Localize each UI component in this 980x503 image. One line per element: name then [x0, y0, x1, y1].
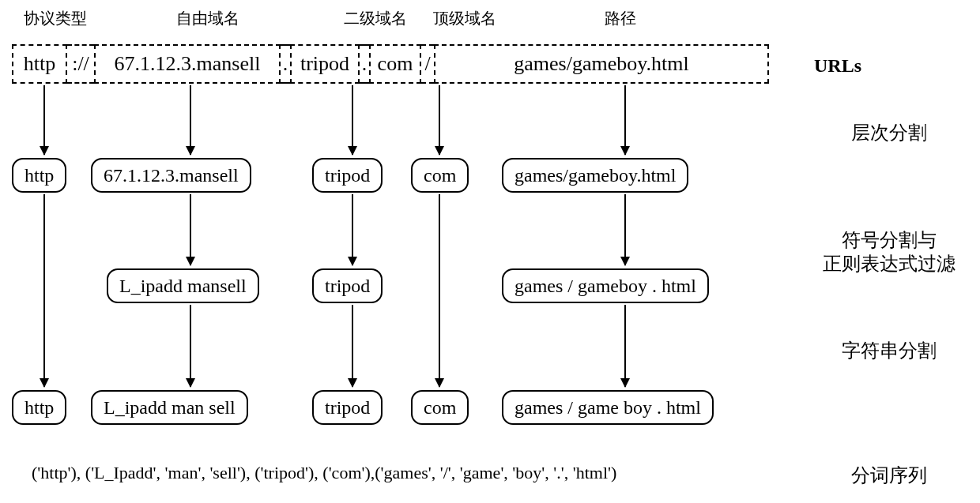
label-symbol-l1: 符号分割与	[806, 227, 972, 253]
url-sep-1: ://	[67, 44, 94, 84]
label-symbol-l2: 正则表达式过滤	[806, 251, 972, 276]
r1-c1: http	[12, 158, 66, 193]
url-seg-protocol: http	[12, 44, 67, 84]
label-urls: URLs	[814, 55, 972, 77]
label-string: 字符串分割	[806, 338, 972, 363]
r3-c2: L_ipadd man sell	[91, 390, 248, 425]
url-sep-2: .	[281, 44, 290, 84]
arrow-u-r1-c5	[624, 85, 626, 155]
arrow-r1-r2-c3	[352, 194, 353, 265]
arrow-u-r1-c2	[190, 85, 191, 155]
arrow-u-r1-c3	[352, 85, 353, 155]
url-box: http :// 67.1.12.3.mansell . tripod . co…	[12, 43, 769, 84]
arrow-r2-r3-c2	[190, 305, 191, 387]
tuple-output: ('http'), ('L_Ipadd', 'man', 'sell'), ('…	[32, 463, 759, 483]
arrow-u-r1-c1	[43, 85, 45, 155]
r3-c1: http	[12, 390, 66, 425]
label-level-split: 层次分割	[806, 120, 972, 145]
url-seg-top: com	[369, 44, 421, 84]
r2-c3: tripod	[312, 268, 383, 303]
label-token-seq: 分词序列	[806, 463, 972, 488]
r1-c4: com	[411, 158, 469, 193]
hdr-top: 顶级域名	[433, 8, 496, 29]
hdr-path: 路径	[605, 8, 636, 29]
arrow-r1-r2-c2	[190, 194, 191, 265]
row-1: http 67.1.12.3.mansell tripod com games/…	[12, 158, 771, 194]
r2-c2: L_ipadd mansell	[107, 268, 259, 303]
r2-c5: games / gameboy . html	[502, 268, 709, 303]
url-seg-path: games/gameboy.html	[434, 44, 769, 84]
arrow-u-r1-c4	[439, 85, 440, 155]
arrow-r1-r2-c5	[624, 194, 626, 265]
arrow-r2-r3-c3	[352, 305, 353, 387]
url-seg-freedomain: 67.1.12.3.mansell	[94, 44, 281, 84]
r3-c3: tripod	[312, 390, 383, 425]
header-row: 协议类型 自由域名 二级域名 顶级域名 路径	[12, 8, 771, 32]
url-sep-4: /	[421, 44, 434, 84]
hdr-freedomain: 自由域名	[176, 8, 239, 29]
r3-c5: games / game boy . html	[502, 390, 714, 425]
url-sep-3: .	[360, 44, 369, 84]
r1-c2: 67.1.12.3.mansell	[91, 158, 251, 193]
r3-c4: com	[411, 390, 469, 425]
row-3: http L_ipadd man sell tripod com games /…	[12, 390, 771, 426]
arrow-r2-r3-c5	[624, 305, 626, 387]
row-2: L_ipadd mansell tripod games / gameboy .…	[12, 268, 771, 305]
hdr-second: 二级域名	[344, 8, 407, 29]
url-seg-second: tripod	[290, 44, 360, 84]
r1-c3: tripod	[312, 158, 383, 193]
hdr-protocol: 协议类型	[24, 8, 87, 29]
r1-c5: games/gameboy.html	[502, 158, 688, 193]
